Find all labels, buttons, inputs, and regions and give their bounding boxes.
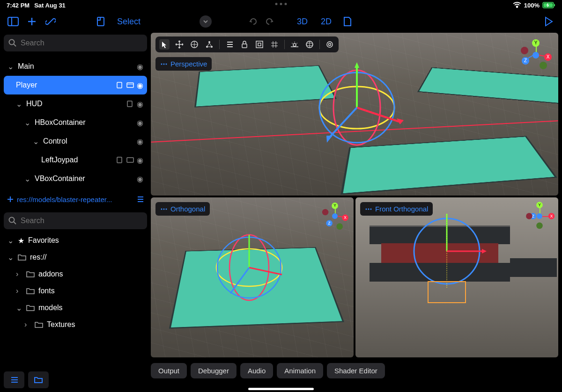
- script-badge-icon[interactable]: [116, 81, 124, 89]
- list-view-button[interactable]: [4, 371, 24, 388]
- fs-fonts[interactable]: › fonts: [4, 283, 147, 299]
- chevron-right-icon: ›: [16, 287, 22, 295]
- visibility-icon[interactable]: ◉: [137, 156, 143, 165]
- dock-output[interactable]: Output: [151, 363, 187, 378]
- scene-tree: ⌄ Main ◉ Player ◉ ⌄ HUD ◉ ⌄ HBoxConta: [4, 57, 147, 188]
- viewport-front-orthogonal[interactable]: Front Orthogonal X Y Z: [355, 197, 558, 357]
- visibility-icon[interactable]: ◉: [137, 174, 143, 183]
- home-indicator[interactable]: [248, 388, 314, 390]
- snap-tool-icon[interactable]: [269, 39, 280, 50]
- search-input[interactable]: [21, 39, 142, 47]
- dock-shader[interactable]: Shader Editor: [327, 363, 385, 378]
- script-badge-icon[interactable]: [126, 100, 134, 108]
- svg-rect-12: [127, 83, 133, 87]
- fs-models[interactable]: ⌄ models: [4, 299, 147, 316]
- lock-tool-icon[interactable]: [239, 39, 250, 50]
- axis-gizmo[interactable]: X Y Z: [520, 39, 552, 71]
- group-tool-icon[interactable]: [254, 39, 265, 50]
- scene-search[interactable]: [4, 35, 147, 51]
- undo-button[interactable]: [247, 15, 259, 28]
- visibility-icon[interactable]: ◉: [137, 100, 143, 109]
- tree-item-player[interactable]: Player ◉: [4, 76, 147, 94]
- svg-point-82: [370, 208, 372, 210]
- tree-item-vbox[interactable]: ⌄ VBoxContainer ◉: [4, 169, 147, 188]
- axis-gizmo[interactable]: X Y Z: [526, 203, 553, 230]
- tree-item-main[interactable]: ⌄ Main ◉: [4, 57, 147, 76]
- resource-path-bar[interactable]: res://models/blaster-repeater...: [4, 191, 147, 208]
- fs-search-input[interactable]: [21, 217, 142, 225]
- dropdown-icon[interactable]: [200, 15, 212, 28]
- link-button[interactable]: [43, 14, 58, 29]
- svg-point-61: [329, 44, 331, 46]
- svg-point-62: [161, 63, 163, 65]
- tree-item-control[interactable]: ⌄ Control ◉: [4, 132, 147, 151]
- svg-point-63: [163, 63, 165, 65]
- viewport-orthogonal[interactable]: Orthogonal X Y Z: [151, 197, 354, 357]
- sun-tool-icon[interactable]: [289, 39, 300, 50]
- redo-button[interactable]: [263, 15, 275, 28]
- view-3d[interactable]: 3D: [292, 17, 312, 27]
- dock-debugger[interactable]: Debugger: [191, 363, 237, 378]
- select-tool-icon[interactable]: [159, 39, 170, 50]
- sidebar-toggle-icon[interactable]: [6, 14, 21, 29]
- svg-point-81: [368, 208, 370, 210]
- battery-pct: 100%: [524, 2, 540, 9]
- tree-item-hbox[interactable]: ⌄ HBoxContainer ◉: [4, 113, 147, 132]
- visibility-icon[interactable]: ◉: [137, 137, 143, 146]
- gear-tool-icon[interactable]: [325, 39, 335, 50]
- axis-gizmo[interactable]: X Y Z: [321, 203, 348, 230]
- fs-favorites[interactable]: ⌄ ★ Favorites: [4, 232, 147, 249]
- transform-gizmo[interactable]: [407, 211, 487, 305]
- main-toolbar: Select 3D 2D: [0, 10, 562, 33]
- tree-item-leftjoypad[interactable]: LeftJoypad ◉: [4, 151, 147, 169]
- rotate-tool-icon[interactable]: [189, 39, 200, 50]
- view-label-orthogonal[interactable]: Orthogonal: [155, 202, 210, 216]
- multitask-dots[interactable]: [275, 3, 287, 5]
- view-label-front[interactable]: Front Orthogonal: [360, 202, 433, 216]
- svg-point-80: [366, 208, 367, 210]
- file-button[interactable]: [340, 14, 355, 29]
- folder-view-button[interactable]: [28, 371, 49, 388]
- visibility-icon[interactable]: ◉: [137, 81, 143, 90]
- status-date: Sat Aug 31: [34, 2, 66, 9]
- fs-root[interactable]: ⌄ res://: [4, 249, 147, 266]
- plus-icon[interactable]: [7, 196, 14, 203]
- visibility-icon[interactable]: ◉: [137, 118, 143, 127]
- dock-animation[interactable]: Animation: [277, 363, 323, 378]
- env-tool-icon[interactable]: [304, 39, 315, 50]
- scene-badge-icon[interactable]: [126, 81, 134, 89]
- view-label-perspective[interactable]: Perspective: [155, 57, 212, 71]
- node-badges: [126, 100, 134, 108]
- add-button[interactable]: [24, 14, 39, 29]
- list-tool-icon[interactable]: [224, 39, 235, 50]
- fs-addons[interactable]: › addons: [4, 266, 147, 283]
- tree-item-hud[interactable]: ⌄ HUD ◉: [4, 94, 147, 113]
- svg-rect-15: [117, 157, 122, 163]
- chevron-down-icon: ⌄: [33, 137, 40, 146]
- visibility-icon[interactable]: ◉: [137, 62, 143, 71]
- transform-gizmo[interactable]: [207, 225, 291, 310]
- svg-rect-45: [242, 44, 247, 48]
- svg-rect-3: [554, 4, 555, 7]
- scale-tool-icon[interactable]: [204, 39, 214, 50]
- svg-point-40: [206, 46, 208, 48]
- script-badge-icon[interactable]: [116, 156, 124, 164]
- fs-search[interactable]: [4, 212, 147, 229]
- svg-point-73: [166, 208, 167, 210]
- transform-gizmo[interactable]: [310, 61, 404, 154]
- move-tool-icon[interactable]: [174, 39, 185, 50]
- play-button[interactable]: [541, 14, 556, 29]
- node-badges: [116, 156, 134, 164]
- fs-textures[interactable]: › Textures: [4, 316, 147, 333]
- svg-point-9: [9, 40, 15, 45]
- scene-badge-icon[interactable]: [126, 156, 134, 164]
- svg-rect-14: [127, 101, 132, 107]
- script-button[interactable]: [94, 14, 109, 29]
- svg-point-60: [327, 42, 333, 47]
- dock-audio[interactable]: Audio: [240, 363, 273, 378]
- chevron-down-icon: ⌄: [16, 304, 22, 312]
- select-tool[interactable]: Select: [112, 17, 145, 27]
- view-2d[interactable]: 2D: [316, 17, 336, 27]
- viewport-perspective[interactable]: Perspective X Y Z: [151, 33, 558, 196]
- list-icon[interactable]: [136, 196, 144, 203]
